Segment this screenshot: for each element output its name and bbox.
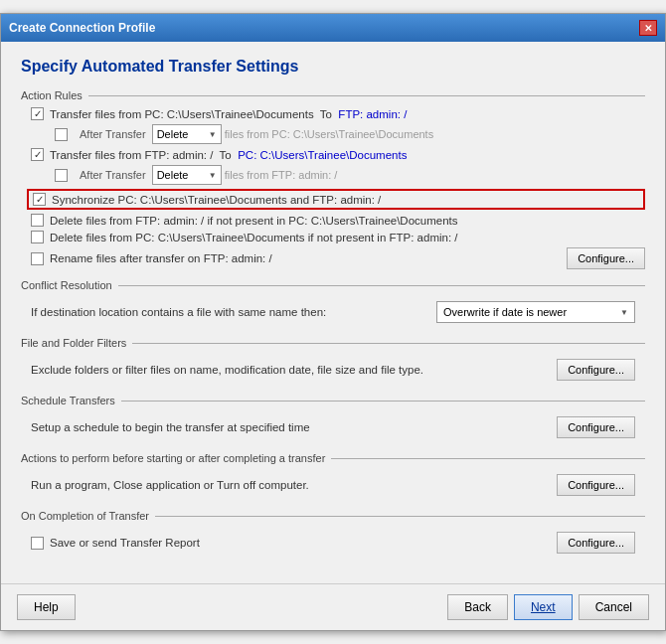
rule-row-3: Synchronize PC: C:\Users\Trainee\Documen… (27, 189, 645, 210)
rule2-checkbox[interactable] (31, 148, 44, 161)
rule-row-1: Transfer files from PC: C:\Users\Trainee… (31, 107, 645, 120)
before-after-label: Actions to perform before starting or af… (21, 452, 325, 464)
rule2-after-label: After Transfer (80, 169, 146, 181)
completion-line (155, 516, 645, 517)
file-folder-desc: Exclude folders or filter files on name,… (31, 364, 547, 376)
rule1-dropdown-arrow: ▼ (209, 130, 217, 139)
conflict-dropdown-arrow: ▼ (620, 308, 628, 317)
schedule-section: Schedule Transfers Setup a schedule to b… (21, 395, 645, 442)
before-after-section: Actions to perform before starting or af… (21, 452, 645, 500)
rule1-checkbox[interactable] (31, 107, 44, 120)
conflict-row: If destination location contains a file … (21, 297, 645, 327)
rule2-text: Transfer files from FTP: admin: / To PC:… (50, 149, 407, 161)
rule4-text: Delete files from FTP: admin: / if not p… (50, 215, 458, 227)
before-after-header: Actions to perform before starting or af… (21, 452, 645, 464)
before-after-line (331, 458, 645, 459)
completion-check-group: Save or send Transfer Report (31, 537, 200, 550)
content-area: Specify Automated Transfer Settings Acti… (1, 42, 665, 583)
file-folder-header: File and Folder Filters (21, 337, 645, 349)
completion-header: On Completion of Transfer (21, 510, 645, 522)
rule3-text: Synchronize PC: C:\Users\Trainee\Documen… (52, 194, 381, 206)
action-rules-body: Transfer files from PC: C:\Users\Trainee… (21, 107, 645, 269)
rule1-text: Transfer files from PC: C:\Users\Trainee… (50, 108, 407, 120)
conflict-label: Conflict Resolution (21, 279, 112, 291)
back-button[interactable]: Back (447, 594, 508, 620)
before-after-desc: Run a program, Close application or Turn… (31, 479, 547, 491)
rule3-checkbox[interactable] (33, 193, 46, 206)
cancel-button[interactable]: Cancel (579, 594, 649, 620)
conflict-line (118, 285, 645, 286)
action-rules-section: Action Rules Transfer files from PC: C:\… (21, 89, 645, 269)
rule2-dropdown-arrow: ▼ (209, 171, 217, 180)
rule2-dropdown-value: Delete (157, 169, 189, 181)
conflict-dropdown-value: Overwrite if date is newer (443, 306, 567, 318)
conflict-desc: If destination location contains a file … (31, 306, 326, 318)
file-folder-line (132, 343, 645, 344)
rule-row-4: Delete files from FTP: admin: / if not p… (31, 214, 645, 227)
before-after-configure-btn[interactable]: Configure... (557, 474, 635, 496)
action-rules-label: Action Rules (21, 89, 83, 101)
rule-row-6: Rename files after transfer on FTP: admi… (31, 252, 272, 265)
schedule-desc: Setup a schedule to begin the transfer a… (31, 421, 547, 433)
rule1-dropdown[interactable]: Delete ▼ (152, 124, 222, 144)
dialog-window: Create Connection Profile ✕ Specify Auto… (0, 13, 666, 631)
rule1-after-checkbox[interactable] (55, 128, 68, 141)
rule-row-5: Delete files from PC: C:\Users\Trainee\D… (31, 231, 645, 243)
file-folder-configure-btn[interactable]: Configure... (557, 359, 635, 381)
rule1-sub-text: files from PC: C:\Users\Trainee\Document… (222, 128, 434, 140)
schedule-configure-btn[interactable]: Configure... (557, 416, 635, 438)
help-button[interactable]: Help (17, 594, 76, 620)
completion-section: On Completion of Transfer Save or send T… (21, 510, 645, 558)
before-after-row: Run a program, Close application or Turn… (21, 470, 645, 500)
completion-checkbox[interactable] (31, 537, 44, 550)
completion-check-label: Save or send Transfer Report (50, 537, 200, 549)
schedule-label: Schedule Transfers (21, 395, 115, 406)
schedule-line (121, 401, 645, 402)
page-title: Specify Automated Transfer Settings (21, 58, 645, 76)
rule5-checkbox[interactable] (31, 231, 44, 243)
conflict-header: Conflict Resolution (21, 279, 645, 291)
rule1-dropdown-value: Delete (157, 128, 189, 140)
file-folder-label: File and Folder Filters (21, 337, 126, 349)
title-bar-buttons: ✕ (639, 20, 657, 36)
schedule-header: Schedule Transfers (21, 395, 645, 406)
next-button[interactable]: Next (514, 594, 573, 620)
completion-configure-btn[interactable]: Configure... (557, 532, 635, 554)
rule-row-2: Transfer files from FTP: admin: / To PC:… (31, 148, 645, 161)
file-folder-row: Exclude folders or filter files on name,… (21, 355, 645, 385)
rule6-checkbox[interactable] (31, 252, 44, 265)
file-folder-section: File and Folder Filters Exclude folders … (21, 337, 645, 385)
conflict-resolution-section: Conflict Resolution If destination locat… (21, 279, 645, 327)
rule5-text: Delete files from PC: C:\Users\Trainee\D… (50, 232, 458, 243)
action-rules-line (88, 95, 645, 96)
title-bar: Create Connection Profile ✕ (1, 14, 665, 42)
rule6-text: Rename files after transfer on FTP: admi… (50, 252, 272, 264)
rule1-sub: After Transfer Delete ▼ files from PC: C… (55, 124, 645, 144)
rule4-checkbox[interactable] (31, 214, 44, 227)
rule2-sub-text: files from FTP: admin: / (222, 169, 338, 181)
rule1-after-label: After Transfer (80, 128, 146, 140)
rule2-sub: After Transfer Delete ▼ files from FTP: … (55, 165, 645, 185)
schedule-row: Setup a schedule to begin the transfer a… (21, 412, 645, 442)
action-rules-configure-btn[interactable]: Configure... (567, 247, 645, 269)
title-bar-text: Create Connection Profile (9, 21, 155, 35)
rule2-dropdown[interactable]: Delete ▼ (152, 165, 222, 185)
completion-label: On Completion of Transfer (21, 510, 149, 522)
bottom-bar: Help Back Next Cancel (1, 583, 665, 630)
next-label: Next (531, 600, 556, 614)
completion-row: Save or send Transfer Report Configure..… (21, 528, 645, 558)
action-rules-header: Action Rules (21, 89, 645, 101)
rule2-after-checkbox[interactable] (55, 169, 68, 182)
close-button[interactable]: ✕ (639, 20, 657, 36)
nav-buttons: Back Next Cancel (447, 594, 649, 620)
conflict-dropdown[interactable]: Overwrite if date is newer ▼ (436, 301, 635, 323)
